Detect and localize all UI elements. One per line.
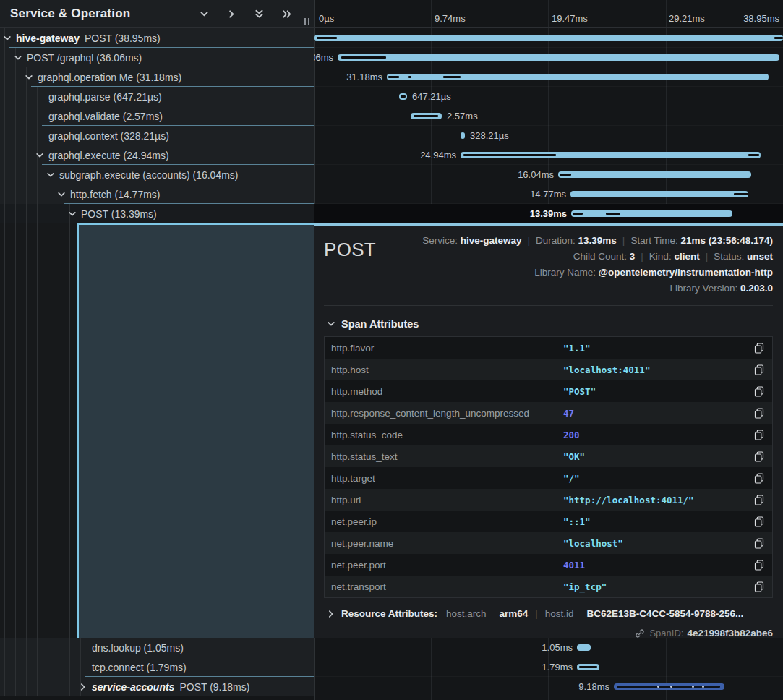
trace-viewer: Service & Operation 0µs 9.74ms 19.47ms 2… [0, 0, 783, 700]
copy-button[interactable] [753, 493, 766, 507]
attribute-value: "POST" [563, 386, 746, 397]
copy-button[interactable] [753, 385, 766, 398]
span-name-label: service-accounts [92, 681, 174, 693]
span-meta: Service: hive-gateway|Duration: 13.39ms|… [422, 233, 773, 296]
span-row-subgraph-execute-accounts[interactable]: subgraph.execute (accounts) (16.04ms)16.… [0, 165, 783, 184]
resource-key: host.id [545, 608, 574, 619]
copy-button[interactable] [753, 428, 766, 442]
collapse-all-button[interactable] [253, 6, 269, 22]
attribute-value: 47 [563, 408, 746, 419]
copy-button[interactable] [753, 341, 766, 355]
duration-label: 647.21µs [412, 91, 451, 102]
copy-icon [754, 386, 764, 397]
meta-value: 3 [630, 251, 636, 262]
collapse-one-button[interactable] [198, 6, 214, 22]
span-row-http-fetch[interactable]: http.fetch (14.77ms)14.77ms [0, 184, 783, 204]
copy-button[interactable] [753, 406, 766, 420]
span-row-dns-lookup[interactable]: dns.lookup (1.05ms)1.05ms [0, 638, 783, 657]
copy-button[interactable] [753, 450, 766, 464]
duration-label: 328.21µs [470, 130, 509, 141]
span-id-row: SpanID: 4e21998f3b82abe6 [324, 628, 773, 638]
copy-button[interactable] [753, 515, 766, 529]
timeline-ruler: 0µs 9.74ms 19.47ms 29.21ms 38.95ms [314, 0, 783, 27]
span-name-label: tcp.connect (1.79ms) [92, 662, 187, 673]
span-duration-bar[interactable] [570, 191, 748, 197]
ruler-tick: 19.47ms [552, 13, 588, 24]
chevron-right-icon [327, 610, 335, 618]
span-row-graphql-parse[interactable]: graphql.parse (647.21µs)647.21µs [0, 87, 783, 106]
span-row-hive-gateway-post[interactable]: hive-gatewayPOST (38.95ms) [0, 28, 783, 48]
attribute-key: http.flavor [325, 343, 563, 354]
chevron-down-icon [57, 190, 66, 199]
span-duration-bar[interactable] [411, 113, 442, 119]
equals-sign: = [578, 608, 583, 619]
span-duration-bar[interactable] [577, 644, 591, 651]
resource-key: host.arch [446, 608, 487, 619]
copy-icon [754, 343, 764, 354]
expand-all-button[interactable] [281, 6, 296, 22]
copy-icon [754, 581, 764, 592]
copy-icon [754, 364, 764, 375]
span-duration-bar[interactable] [314, 35, 783, 41]
section-title: Span Attributes [341, 318, 419, 330]
span-name-label: graphql.execute (24.94ms) [48, 150, 169, 161]
attribute-value: 4011 [563, 560, 746, 571]
attribute-key: http.target [325, 473, 563, 484]
attribute-row: net.peer.ip"::1" [325, 511, 772, 532]
span-name-label: graphql.context (328.21µs) [48, 130, 169, 142]
selected-span-region[interactable] [77, 223, 314, 638]
panel-resize-handle[interactable] [304, 18, 309, 25]
span-duration-bar[interactable] [558, 171, 751, 178]
span-attributes-header[interactable]: Span Attributes [324, 318, 773, 330]
attribute-value: "::1" [563, 516, 746, 527]
span-row-post-graphql[interactable]: POST /graphql (36.06ms)36.06ms [0, 48, 783, 67]
copy-button[interactable] [753, 558, 766, 572]
link-icon[interactable] [635, 628, 645, 639]
span-row-post-selected[interactable]: POST (13.39ms)13.39ms [0, 204, 783, 223]
attribute-row: net.transport"ip_tcp" [325, 576, 772, 597]
span-duration-bar[interactable] [614, 683, 724, 690]
span-attributes-table: http.flavor"1.1"http.host"localhost:4011… [324, 336, 773, 598]
copy-button[interactable] [753, 537, 766, 550]
span-row-graphql-execute[interactable]: graphql.execute (24.94ms)24.94ms [0, 145, 783, 165]
meta-value: 21ms (23:56:48.174) [680, 235, 773, 246]
attribute-row: http.url"http://localhost:4011/" [325, 489, 772, 511]
resource-attributes-row[interactable]: Resource Attributes: host.arch=arm64|hos… [324, 608, 773, 619]
expand-one-button[interactable] [226, 6, 241, 22]
span-row-service-accounts-post[interactable]: service-accountsPOST (9.18ms)9.18ms [0, 677, 783, 696]
span-duration-bar[interactable] [461, 132, 465, 139]
span-duration-bar[interactable] [571, 210, 732, 217]
span-duration-bar[interactable] [399, 93, 407, 100]
copy-button[interactable] [753, 363, 766, 377]
divider [324, 305, 773, 306]
span-event-dot [670, 686, 672, 688]
attribute-key: net.peer.port [325, 560, 563, 571]
span-duration-bar[interactable] [387, 74, 769, 80]
copy-icon [754, 495, 764, 505]
attribute-row: http.response_content_length_uncompresse… [325, 402, 772, 424]
copy-icon [754, 408, 764, 419]
span-event-dot [702, 686, 704, 688]
copy-button[interactable] [753, 580, 766, 594]
child-span-marker [573, 213, 583, 215]
duration-label: 14.77ms [530, 189, 566, 200]
chevron-down-icon [35, 151, 44, 160]
divider: | [535, 608, 538, 619]
span-duration-bar[interactable] [461, 152, 761, 158]
meta-label: Service: [422, 235, 458, 246]
span-duration-bar[interactable] [338, 54, 779, 61]
resource-attributes-label: Resource Attributes: [341, 608, 437, 619]
span-row-graphql-operation-me[interactable]: graphql.operation Me (31.18ms)31.18ms [0, 67, 783, 87]
copy-icon [754, 451, 764, 462]
ruler-tick: 9.74ms [435, 13, 466, 24]
meta-value: 13.39ms [578, 235, 617, 246]
copy-button[interactable] [753, 471, 766, 485]
span-row-graphql-context[interactable]: graphql.context (328.21µs)328.21µs [0, 126, 783, 145]
attribute-value: "1.1" [563, 343, 746, 354]
attribute-row: http.flavor"1.1" [325, 337, 772, 359]
span-duration-bar[interactable] [577, 664, 599, 670]
span-row-graphql-validate[interactable]: graphql.validate (2.57ms)2.57ms [0, 106, 783, 126]
attribute-value: "OK" [563, 451, 746, 462]
attribute-value: 200 [563, 430, 746, 440]
span-row-tcp-connect[interactable]: tcp.connect (1.79ms)1.79ms [0, 657, 783, 677]
